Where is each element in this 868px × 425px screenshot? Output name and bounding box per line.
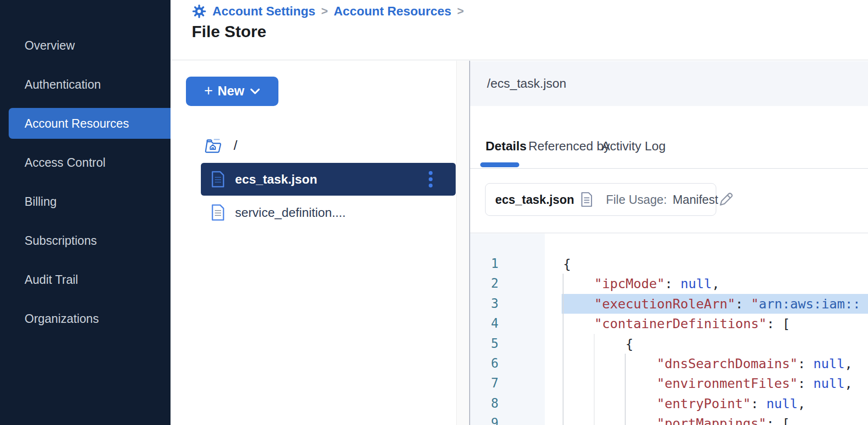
code-text: "environmentFiles": null, <box>562 373 868 393</box>
indent-guide <box>594 394 595 413</box>
sidebar-item-overview[interactable]: Overview <box>0 30 171 61</box>
tab-referenced-by[interactable]: Referenced by <box>528 139 610 153</box>
kebab-menu-icon[interactable] <box>427 169 434 189</box>
code-text: "portMappings": [ <box>562 413 868 425</box>
code-line: 2"ipcMode": null, <box>470 274 868 293</box>
sidebar-nav: OverviewAuthenticationAccount ResourcesA… <box>0 30 171 334</box>
page-title: File Store <box>192 22 266 41</box>
file-row[interactable]: service_definition.... <box>201 199 456 226</box>
file-path-strip: /ecs_task.json <box>470 61 868 106</box>
file-path: /ecs_task.json <box>487 61 566 106</box>
file-name: ecs_task.json <box>235 172 317 187</box>
file-list: ecs_task.json service_definition.... <box>201 163 456 229</box>
file-details-panel: /ecs_task.json DetailsReferenced byActiv… <box>470 61 868 425</box>
code-line-content: { <box>562 254 868 274</box>
file-name: ecs_task.json <box>495 193 574 207</box>
root-folder-row[interactable]: / <box>204 136 237 155</box>
file-icon <box>211 171 225 188</box>
file-name: service_definition.... <box>235 205 346 220</box>
breadcrumb-link[interactable]: Account Settings <box>212 4 316 19</box>
indent-guide <box>625 413 626 425</box>
root-folder-label: / <box>234 138 237 153</box>
sidebar-item-billing[interactable]: Billing <box>0 186 171 217</box>
breadcrumb-separator: > <box>457 4 464 18</box>
code-text: "entryPoint": null, <box>562 394 868 413</box>
file-usage-label: File Usage: <box>606 193 667 207</box>
pencil-icon[interactable] <box>718 192 734 207</box>
code-line: 8"entryPoint": null, <box>470 394 868 413</box>
new-button[interactable]: + New <box>186 77 278 106</box>
sidebar-item-audit-trail[interactable]: Audit Trail <box>0 264 171 295</box>
sidebar-item-access-control[interactable]: Access Control <box>0 147 171 178</box>
code-line: 4"containerDefinitions": [ <box>470 314 868 333</box>
line-number: 9 <box>470 413 499 425</box>
home-folder-icon <box>204 136 223 155</box>
code-text: "ipcMode": null, <box>562 274 868 293</box>
indent-guide <box>594 354 595 373</box>
indent-guide <box>563 274 564 293</box>
indent-guide <box>625 373 626 393</box>
line-number: 8 <box>470 394 499 413</box>
code-line: 5{ <box>470 334 868 354</box>
file-info-box: ecs_task.json File Usage: Manifest <box>485 183 716 216</box>
sidebar-item-authentication[interactable]: Authentication <box>0 69 171 100</box>
line-number: 6 <box>470 354 499 373</box>
code-text: "containerDefinitions": [ <box>562 314 868 333</box>
code-line-content: "entryPoint": null, <box>562 394 868 413</box>
code-line-content: { <box>562 334 868 354</box>
indent-guide <box>594 334 595 354</box>
code-text: { <box>562 254 868 274</box>
tab-details[interactable]: Details <box>486 139 526 153</box>
active-tab-underline <box>480 162 519 167</box>
indent-guide <box>563 294 564 314</box>
indent-guide <box>563 334 564 354</box>
code-line-content: "dnsSearchDomains": null, <box>562 354 868 373</box>
sidebar-item-account-resources[interactable]: Account Resources <box>9 108 171 139</box>
indent-guide <box>563 354 564 373</box>
code-line: 3"executionRoleArn": "arn:aws:iam:: <box>470 294 868 314</box>
code-line: 9"portMappings": [ <box>470 413 868 425</box>
indent-guide <box>625 394 626 413</box>
file-row[interactable]: ecs_task.json <box>201 163 456 196</box>
line-number: 3 <box>470 294 499 314</box>
breadcrumb-link[interactable]: Account Resources <box>334 4 451 19</box>
code-line-content: "environmentFiles": null, <box>562 373 868 393</box>
line-number: 7 <box>470 373 499 393</box>
plus-icon: + <box>204 83 213 98</box>
code-text: "dnsSearchDomains": null, <box>562 354 868 373</box>
page-header: Account Settings>Account Resources> File… <box>171 0 868 60</box>
tab-activity-log[interactable]: Activity Log <box>602 139 666 153</box>
line-number: 1 <box>470 254 499 274</box>
file-usage-value: Manifest <box>672 193 718 207</box>
code-line: 1{ <box>470 254 868 274</box>
gear-icon <box>192 4 207 19</box>
indent-guide <box>563 413 564 425</box>
code-line-content: "portMappings": [ <box>562 413 868 425</box>
code-line: 7"environmentFiles": null, <box>470 373 868 393</box>
scrollbar-track[interactable] <box>456 61 469 425</box>
code-line: 6"dnsSearchDomains": null, <box>470 354 868 373</box>
file-icon <box>211 204 225 221</box>
breadcrumb: Account Settings>Account Resources> <box>192 3 464 19</box>
tab-bar: DetailsReferenced byActivity Log <box>470 106 868 169</box>
code-content: 1{2"ipcMode": null,3"executionRoleArn": … <box>470 254 868 425</box>
code-viewer[interactable]: 1{2"ipcMode": null,3"executionRoleArn": … <box>470 233 868 425</box>
indent-guide <box>594 413 595 425</box>
indent-guide <box>563 394 564 413</box>
indent-guide <box>625 354 626 373</box>
code-text: "executionRoleArn": "arn:aws:iam:: <box>562 294 868 314</box>
sidebar: OverviewAuthenticationAccount ResourcesA… <box>0 0 171 425</box>
code-line-content: "ipcMode": null, <box>562 274 868 293</box>
chevron-down-icon <box>250 88 260 94</box>
breadcrumb-separator: > <box>321 4 328 18</box>
sidebar-item-subscriptions[interactable]: Subscriptions <box>0 225 171 256</box>
file-store-panel: + New / ecs_task.json service_de <box>171 61 456 425</box>
indent-guide <box>563 373 564 393</box>
indent-guide <box>563 314 564 333</box>
document-icon[interactable] <box>580 192 593 207</box>
sidebar-item-organizations[interactable]: Organizations <box>0 303 171 334</box>
indent-guide <box>594 373 595 393</box>
app-window: OverviewAuthenticationAccount ResourcesA… <box>0 0 868 425</box>
line-number: 5 <box>470 334 499 354</box>
code-text: { <box>562 334 868 354</box>
